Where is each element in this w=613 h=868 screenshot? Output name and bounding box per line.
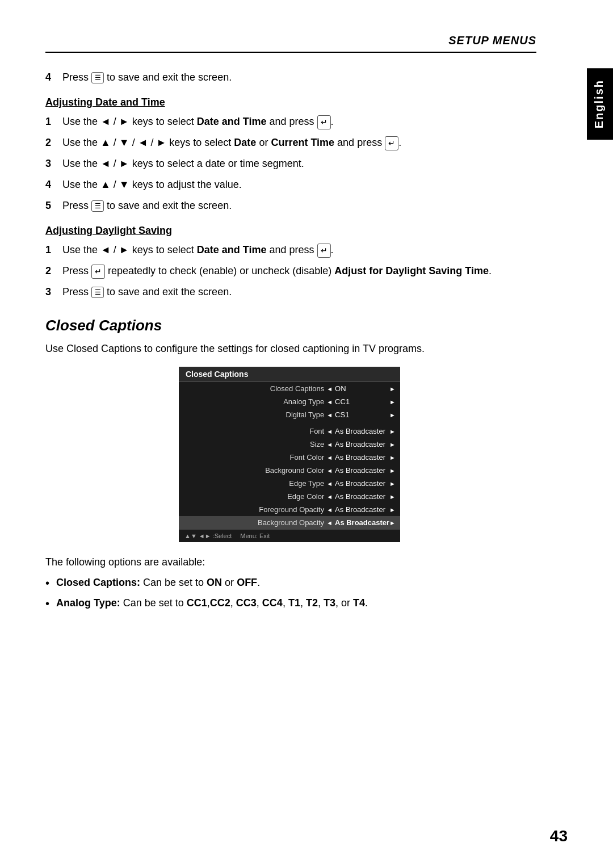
step-text: Press ☰ to save and exit the screen.: [62, 198, 232, 213]
arrow-left-icon: ◄: [326, 412, 333, 418]
step-text: Use the ▲ / ▼ keys to adjust the value.: [62, 177, 242, 192]
menu-row-value: As Broadcaster: [333, 440, 389, 448]
arrow-right-icon: ►: [389, 441, 396, 448]
arrow-left-icon: ◄: [326, 519, 333, 526]
menu-row: Analog Type ◄ CC1 ►: [179, 395, 400, 408]
step-item: 2 Press ↵ repeatedly to check (enable) o…: [45, 263, 534, 279]
menu-row: Font Color ◄ As Broadcaster ►: [179, 451, 400, 464]
main-content: 4 Press ☰ to save and exit the screen. A…: [45, 70, 568, 611]
arrow-left-icon: ◄: [326, 493, 333, 500]
step-number: 4: [45, 177, 62, 192]
menu-row-value: As Broadcaster: [333, 479, 389, 488]
arrow-right-icon: ►: [389, 493, 396, 500]
step-number: 3: [45, 284, 62, 300]
step-item: 1 Use the ◄ / ► keys to select Date and …: [45, 242, 534, 258]
arrow-right-icon: ►: [389, 519, 396, 526]
menu-row: Font ◄ As Broadcaster ►: [179, 425, 400, 438]
step-text: Use the ◄ / ► keys to select Date and Ti…: [62, 114, 334, 129]
menu-row-label: Digital Type: [183, 410, 326, 419]
menu-row-label: Font: [183, 427, 326, 435]
enter-icon: ↵: [317, 244, 331, 258]
bullet-icon: •: [45, 596, 49, 611]
arrow-right-icon: ►: [389, 428, 396, 435]
menu-row-value: As Broadcaster: [333, 466, 389, 475]
menu-row-value: As Broadcaster: [333, 505, 389, 514]
menu-row: Digital Type ◄ CS1 ►: [179, 408, 400, 421]
arrow-left-icon: ◄: [326, 480, 333, 487]
list-item: • Analog Type: Can be set to CC1,CC2, CC…: [45, 596, 534, 611]
menu-row-label: Background Opacity: [183, 518, 326, 527]
arrow-right-icon: ►: [389, 412, 396, 418]
step-number: 1: [45, 242, 62, 258]
arrow-right-icon: ►: [389, 385, 396, 392]
section-heading-date-time: Adjusting Date and Time: [45, 97, 534, 108]
page-number: 43: [550, 827, 568, 845]
step-number: 3: [45, 156, 62, 171]
step-item: 5 Press ☰ to save and exit the screen.: [45, 198, 534, 213]
menu-row-value: As Broadcaster: [333, 453, 389, 462]
menu-row: Size ◄ As Broadcaster ►: [179, 438, 400, 451]
enter-icon: ↵: [317, 115, 331, 129]
menu-row-label: Analog Type: [183, 397, 326, 406]
step-item: 1 Use the ◄ / ► keys to select Date and …: [45, 114, 534, 129]
step-number: 1: [45, 114, 62, 129]
step-item: 3 Press ☰ to save and exit the screen.: [45, 284, 534, 300]
step-text: Press ☰ to save and exit the screen.: [62, 284, 232, 300]
menu-footer: ▲▼ ◄► :Select Menu: Exit: [179, 529, 400, 542]
menu-row-highlighted: Background Opacity ◄ As Broadcaster ►: [179, 516, 400, 529]
menu-row-value: As Broadcaster: [333, 492, 389, 501]
menu-row-label: Edge Color: [183, 492, 326, 501]
menu-icon: ☰: [91, 200, 104, 212]
arrow-left-icon: ◄: [326, 467, 333, 474]
bullet-icon: •: [45, 575, 49, 591]
step-text: Use the ◄ / ► keys to select a date or t…: [62, 156, 304, 171]
menu-row: Closed Captions ◄ ON ►: [179, 382, 400, 395]
following-text: The following options are available:: [45, 556, 534, 568]
arrow-left-icon: ◄: [326, 454, 333, 461]
menu-container: Closed Captions Closed Captions ◄ ON ► A…: [45, 367, 534, 542]
menu-title: Closed Captions: [179, 367, 400, 382]
enter-icon: ↵: [91, 265, 105, 279]
menu-row-value: CS1: [333, 410, 389, 419]
step-number: 2: [45, 135, 62, 150]
list-item: • Closed Captions: Can be set to ON or O…: [45, 575, 534, 591]
menu-row-label: Font Color: [183, 453, 326, 462]
arrow-right-icon: ►: [389, 454, 396, 461]
side-language-tab: English: [587, 68, 613, 140]
menu-icon: ☰: [91, 72, 104, 83]
intro-text: Use Closed Captions to configure the set…: [45, 341, 534, 357]
menu-row-value: As Broadcaster: [333, 518, 389, 527]
arrow-right-icon: ►: [389, 506, 396, 513]
menu-row-label: Foreground Opacity: [183, 505, 326, 514]
step-text: Use the ◄ / ► keys to select Date and Ti…: [62, 242, 334, 258]
step-number: 5: [45, 198, 62, 213]
menu-row: Edge Color ◄ As Broadcaster ►: [179, 490, 400, 503]
arrow-right-icon: ►: [389, 467, 396, 474]
step-text: Press ☰ to save and exit the screen.: [62, 70, 232, 85]
menu-row-value: As Broadcaster: [333, 427, 389, 435]
step-number: 4: [45, 70, 62, 85]
menu-icon: ☰: [91, 287, 104, 298]
menu-row-label: Size: [183, 440, 326, 448]
bullet-text: Analog Type: Can be set to CC1,CC2, CC3,…: [56, 596, 368, 611]
closed-captions-heading: Closed Captions: [45, 317, 534, 334]
closed-captions-menu: Closed Captions Closed Captions ◄ ON ► A…: [179, 367, 400, 542]
menu-row-label: Closed Captions: [183, 384, 326, 393]
arrow-left-icon: ◄: [326, 506, 333, 513]
setup-menus-title: SETUP MENUS: [448, 34, 536, 47]
enter-icon: ↵: [385, 136, 398, 150]
arrow-left-icon: ◄: [326, 428, 333, 435]
step-text: Use the ▲ / ▼ / ◄ / ► keys to select Dat…: [62, 135, 401, 150]
menu-row: Foreground Opacity ◄ As Broadcaster ►: [179, 503, 400, 516]
arrow-left-icon: ◄: [326, 441, 333, 448]
header-divider: [45, 52, 536, 53]
footer-menu-label: Menu: Exit: [240, 532, 270, 539]
page-header: SETUP MENUS: [45, 34, 568, 47]
menu-row-value: ON: [333, 384, 389, 393]
arrow-left-icon: ◄: [326, 399, 333, 405]
step-item: 3 Use the ◄ / ► keys to select a date or…: [45, 156, 534, 171]
arrow-right-icon: ►: [389, 480, 396, 487]
step-item: 4 Press ☰ to save and exit the screen.: [45, 70, 534, 85]
arrow-right-icon: ►: [389, 399, 396, 405]
footer-select-label: ▲▼ ◄► :Select: [184, 532, 232, 539]
